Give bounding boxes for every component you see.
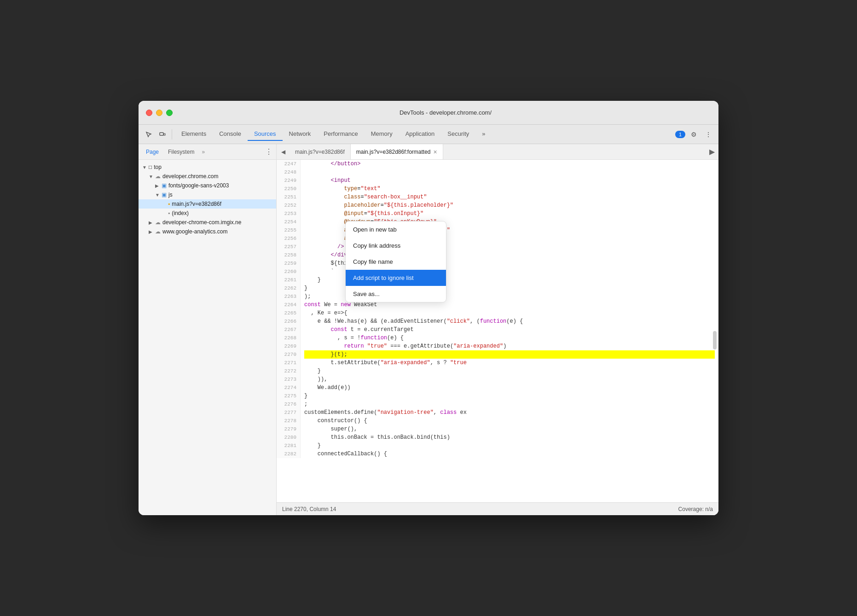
context-menu-copy-link[interactable]: Copy link address [346, 238, 446, 254]
tree-arrow: ▼ [149, 174, 155, 179]
tree-label: (index) [172, 210, 189, 216]
notifications-badge[interactable]: 1 [675, 131, 685, 138]
more-options-button[interactable]: ⋮ [702, 128, 715, 141]
traffic-lights [146, 110, 173, 116]
tree-label: www.google-analytics.com [162, 228, 227, 235]
code-line: customElements.define("navigation-tree",… [304, 408, 715, 417]
folder-blue-icon: ▣ [162, 182, 167, 189]
device-mode-button[interactable] [156, 128, 169, 141]
tab-more[interactable]: » [475, 128, 492, 141]
tree-arrow: ▶ [149, 220, 155, 225]
code-line: } [304, 392, 715, 400]
status-bar: Line 2270, Column 14 Coverage: n/a [277, 502, 718, 515]
file-icon: ▪ [168, 210, 170, 216]
editor-tab-main-js[interactable]: main.js?v=e382d86f [290, 144, 351, 159]
maximize-button[interactable] [166, 110, 173, 116]
editor-area: ◀ main.js?v=e382d86f main.js?v=e382d86f:… [277, 144, 718, 515]
tree-item-imgix[interactable]: ▶ ☁ developer-chrome-com.imgix.ne [139, 218, 276, 227]
inspect-element-button[interactable] [142, 128, 155, 141]
tab-nav: Elements Console Sources Network Perform… [175, 128, 492, 141]
tab-application[interactable]: Application [399, 128, 441, 141]
cursor-position: Line 2270, Column 14 [282, 506, 336, 512]
sidebar-menu-button[interactable]: ⋮ [265, 147, 272, 156]
context-menu-copy-filename[interactable]: Copy file name [346, 254, 446, 270]
sidebar-tab-page[interactable]: Page [142, 147, 162, 157]
close-button[interactable] [146, 110, 152, 116]
tree-label: top [154, 164, 162, 170]
tree-label: main.js?v=e382d86f [172, 201, 221, 207]
tree-item-developer-chrome[interactable]: ▼ ☁ developer.chrome.com [139, 172, 276, 181]
code-line: , s = !function(e) { [304, 334, 715, 342]
minimize-button[interactable] [156, 110, 162, 116]
code-editor[interactable]: 2247 2248 2249 2250 2251 2252 2253 2254 … [277, 160, 718, 502]
tree-item-index[interactable]: ▪ (index) [139, 209, 276, 218]
tree-label: fonts/google-sans-v2003 [168, 182, 229, 189]
tab-security[interactable]: Security [441, 128, 475, 141]
folder-blue-icon: ▣ [162, 192, 167, 198]
tree-item-js[interactable]: ▼ ▣ js [139, 190, 276, 199]
tree-arrow: ▶ [149, 229, 155, 234]
tree-label: developer.chrome.com [162, 173, 218, 180]
code-line: t.setAttribute("aria-expanded", s ? "tru… [304, 359, 715, 367]
code-line: const t = e.currentTarget [304, 325, 715, 334]
settings-button[interactable]: ⚙ [687, 128, 700, 141]
sidebar-tab-filesystem[interactable]: Filesystem [164, 147, 198, 157]
svg-rect-0 [160, 133, 163, 135]
sidebar-tabs: Page Filesystem » ⋮ [139, 144, 276, 160]
code-line: connectedCallback() { [304, 450, 715, 458]
coverage-status: Coverage: n/a [678, 506, 713, 512]
code-line: this.onBack = this.onBack.bind(this) [304, 433, 715, 442]
code-line: super(), [304, 425, 715, 433]
tree-arrow: ▶ [155, 183, 162, 188]
context-menu-open-new-tab[interactable]: Open in new tab [346, 221, 446, 238]
tab-sources[interactable]: Sources [248, 128, 283, 141]
tree-item-top[interactable]: ▼ □ top [139, 163, 276, 172]
code-line: </button> [304, 160, 715, 168]
code-line: We.add(e)) [304, 384, 715, 392]
code-line: return "true" === e.getAttribute("aria-e… [304, 342, 715, 350]
editor-tab-main-js-formatted[interactable]: main.js?v=e382d86f:formatted × [351, 144, 443, 159]
cloud-icon: ☁ [155, 173, 161, 180]
line-numbers: 2247 2248 2249 2250 2251 2252 2253 2254 … [277, 160, 301, 458]
tree-label: js [168, 192, 173, 198]
code-line: ; [304, 400, 715, 408]
main-area: Page Filesystem » ⋮ ▼ □ top ▼ ☁ develope… [139, 144, 718, 515]
tree-label: developer-chrome-com.imgix.ne [162, 219, 241, 226]
tab-console[interactable]: Console [213, 128, 248, 141]
code-line: <input [304, 176, 715, 185]
tree-item-main-js[interactable]: ▪ main.js?v=e382d86f [139, 199, 276, 209]
cloud-icon: ☁ [155, 228, 161, 235]
sidebar-tab-more[interactable]: » [202, 149, 205, 155]
tab-elements[interactable]: Elements [175, 128, 213, 141]
tree-arrow: ▼ [155, 192, 162, 198]
context-menu-add-ignore-list[interactable]: Add script to ignore list [346, 270, 446, 286]
code-lines: 2247 2248 2249 2250 2251 2252 2253 2254 … [277, 160, 718, 458]
cloud-icon: ☁ [155, 219, 161, 226]
code-line: class="search-box__input" [304, 193, 715, 201]
sidebar: Page Filesystem » ⋮ ▼ □ top ▼ ☁ develope… [139, 144, 277, 515]
svg-rect-1 [164, 134, 165, 135]
tab-network[interactable]: Network [283, 128, 318, 141]
tab-close-icon[interactable]: × [434, 149, 437, 155]
tree-item-analytics[interactable]: ▶ ☁ www.google-analytics.com [139, 227, 276, 236]
tab-label: main.js?v=e382d86f:formatted [356, 149, 431, 155]
expand-panel-button[interactable]: ▶ [706, 145, 718, 158]
window-title: DevTools - developer.chrome.com/ [180, 109, 711, 116]
tree-arrow: ▼ [142, 165, 149, 170]
code-line: constructor() { [304, 417, 715, 425]
tree-item-fonts[interactable]: ▶ ▣ fonts/google-sans-v2003 [139, 181, 276, 190]
code-line: @input="${this.onInput}" [304, 209, 715, 218]
tab-memory[interactable]: Memory [365, 128, 399, 141]
editor-tabs: ◀ main.js?v=e382d86f main.js?v=e382d86f:… [277, 144, 718, 160]
code-line: } [304, 442, 715, 450]
code-content: </button> <input type="text" class="sear… [301, 160, 718, 458]
sidebar-tree: ▼ □ top ▼ ☁ developer.chrome.com ▶ ▣ fon… [139, 160, 276, 515]
code-line: } [304, 367, 715, 375]
tab-label: main.js?v=e382d86f [295, 149, 345, 155]
context-menu: Open in new tab Copy link address Copy f… [345, 221, 446, 302]
context-menu-save-as[interactable]: Save as... [346, 286, 446, 302]
collapse-sidebar-button[interactable]: ◀ [277, 145, 290, 158]
scrollbar[interactable] [713, 331, 717, 349]
code-line: )), [304, 375, 715, 384]
tab-performance[interactable]: Performance [317, 128, 364, 141]
